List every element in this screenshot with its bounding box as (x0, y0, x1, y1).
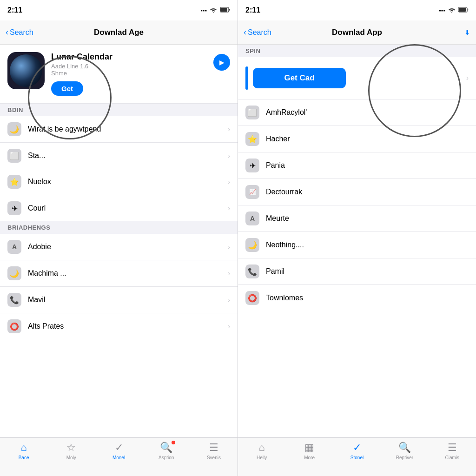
search-icon: 🔍 (398, 442, 411, 454)
tab-item-bace[interactable]: ⌂ Bace (0, 442, 47, 460)
item-icon: 🌙 (245, 238, 259, 252)
items-list-right: ⬜ AmhRacylol' ⭐ Hacher ✈ Pania 📈 Dectour… (238, 99, 476, 311)
tab-label: Monel (112, 455, 125, 460)
tab-item-ciamis[interactable]: ☰ Ciamis (429, 442, 476, 460)
back-label-right: Search (248, 28, 271, 37)
list-item[interactable]: ⭐ Nuelox › (0, 169, 238, 195)
tab-item-helly[interactable]: ⌂ Helly (238, 442, 285, 460)
item-icon: 📞 (245, 264, 259, 278)
check-icon: ✓ (115, 442, 123, 454)
list-item[interactable]: ✈ Pania (238, 152, 476, 179)
item-label: Nuelox (28, 178, 228, 186)
tab-item-more[interactable]: ▦ More (285, 442, 333, 460)
item-icon: A (245, 212, 259, 225)
blue-bar (245, 66, 248, 90)
signal-icon-left: ▪▪▪ (200, 7, 207, 14)
item-label: Hacher (266, 135, 469, 143)
tab-label: Stonel (350, 455, 364, 460)
item-icon: 📞 (7, 293, 21, 307)
chevron-icon: › (228, 126, 230, 133)
right-phone-panel: 2:11 ▪▪▪ ‹ Search Downlad App ⬇ SPIN Get… (238, 0, 476, 476)
item-icon: ✈ (245, 159, 259, 172)
tab-item-svenis[interactable]: ☰ Svenis (190, 442, 238, 460)
scroll-content-right: SPIN Get Cad › ⬜ AmhRacylol' ⭐ Hacher ✈ (238, 45, 476, 476)
list-item[interactable]: A Adobie › (0, 234, 238, 260)
list-item[interactable]: ⭕ Alts Prates › (0, 313, 238, 339)
list-item[interactable]: ⭐ Hacher (238, 126, 476, 152)
item-icon: ⬜ (7, 149, 21, 163)
app-icon-left (7, 52, 45, 89)
tab-bar-right: ⌂ Helly ▦ More ✓ Stonel 🔍 Reptiver ☰ Cia… (238, 437, 476, 476)
tab-label: Helly (257, 455, 267, 460)
chevron-left-icon: ‹ (6, 27, 8, 37)
tab-item-asption[interactable]: 🔍 Asption (143, 442, 190, 460)
chevron-icon: › (228, 323, 230, 330)
wifi-icon-left (210, 7, 217, 14)
app-detail-left: Lunar Calendar Aade Line 1.6 Shme Get ▶ (0, 45, 238, 104)
app-info-left: Lunar Calendar Aade Line 1.6 Shme Get (51, 52, 207, 96)
grid-icon: ▦ (304, 442, 314, 454)
list-item[interactable]: 📞 Pamil (238, 258, 476, 285)
item-label: Wirat is be agywtpend (28, 125, 228, 133)
tab-item-moly[interactable]: ☆ Moly (47, 442, 95, 460)
signal-icon-right: ▪▪▪ (439, 7, 445, 14)
item-icon: ⭕ (245, 291, 259, 305)
list-item[interactable]: 🌙 Neothing.... (238, 232, 476, 258)
home-icon: ⌂ (20, 442, 26, 454)
play-button-left[interactable]: ▶ (213, 54, 230, 71)
tab-item-stonel[interactable]: ✓ Stonel (333, 442, 381, 460)
item-label: Meurte (266, 214, 469, 223)
chevron-left-icon: ‹ (244, 27, 246, 37)
menu-icon: ☰ (448, 442, 457, 454)
back-button-right[interactable]: ‹ Search (244, 27, 271, 37)
list-item[interactable]: ⬜ Sta... › (0, 143, 238, 169)
tab-item-monel[interactable]: ✓ Monel (95, 442, 142, 460)
item-label: Pamil (266, 267, 469, 276)
get-button-left[interactable]: Get (51, 81, 83, 96)
get-cad-button[interactable]: Get Cad (253, 68, 346, 88)
left-phone-panel: 2:11 ▪▪▪ ‹ Search Downlad Age Lunar Cale… (0, 0, 238, 476)
app-developer-left: Shme (51, 70, 207, 77)
item-label: Dectourrak (266, 188, 469, 196)
list-item[interactable]: 📈 Dectourrak (238, 179, 476, 205)
section1-header-left: BDIN (0, 104, 238, 116)
item-label: Townlomes (266, 294, 469, 302)
back-label-left: Search (10, 28, 33, 37)
item-icon: ⭐ (7, 175, 21, 189)
section2-header-left: BRIADHENGS (0, 221, 238, 234)
status-bar-left: 2:11 ▪▪▪ (0, 0, 238, 20)
nav-title-right: Downlad App (332, 28, 382, 37)
list-item[interactable]: ✈ Courl › (0, 195, 238, 221)
item-icon: ⬜ (245, 106, 259, 119)
item-label: Neothing.... (266, 241, 469, 249)
battery-icon-left (220, 7, 230, 14)
list-item[interactable]: 📞 Mavil › (0, 287, 238, 313)
chevron-icon: › (228, 178, 230, 185)
check-circle-icon: ✓ (353, 442, 361, 454)
list-item[interactable]: 🌙 Machima ... › (0, 260, 238, 287)
get-cad-section: Get Cad › (238, 57, 476, 99)
list-item[interactable]: ⭕ Townlomes (238, 285, 476, 311)
item-label: Alts Prates (28, 322, 228, 331)
tab-label: Reptiver (396, 455, 413, 460)
chevron-cad-icon: › (466, 74, 469, 82)
item-label: Sta... (28, 152, 228, 160)
tab-bar-left: ⌂ Bace ☆ Moly ✓ Monel 🔍 Asption ☰ Svenis (0, 437, 238, 476)
tab-item-reptiver[interactable]: 🔍 Reptiver (381, 442, 428, 460)
item-icon: A (7, 240, 21, 254)
time-right: 2:11 (245, 6, 260, 14)
download-icon[interactable]: ⬇ (464, 28, 470, 37)
tab-label: Bace (19, 455, 29, 460)
list-item[interactable]: 🌙 Wirat is be agywtpend › (0, 116, 238, 143)
item-label: Pania (266, 161, 469, 170)
section2-list-left: ⭐ Nuelox › ✈ Courl › (0, 169, 238, 221)
list-item[interactable]: ⬜ AmhRacylol' (238, 99, 476, 126)
home-icon: ⌂ (259, 442, 265, 454)
chevron-icon: › (228, 205, 230, 212)
moon-graphic (10, 54, 42, 87)
section1-list-left: 🌙 Wirat is be agywtpend › ⬜ Sta... › (0, 116, 238, 169)
back-button-left[interactable]: ‹ Search (6, 27, 33, 37)
list-item[interactable]: A Meurte (238, 205, 476, 232)
item-icon: ✈ (7, 201, 21, 215)
search-icon: 🔍 (160, 442, 172, 453)
